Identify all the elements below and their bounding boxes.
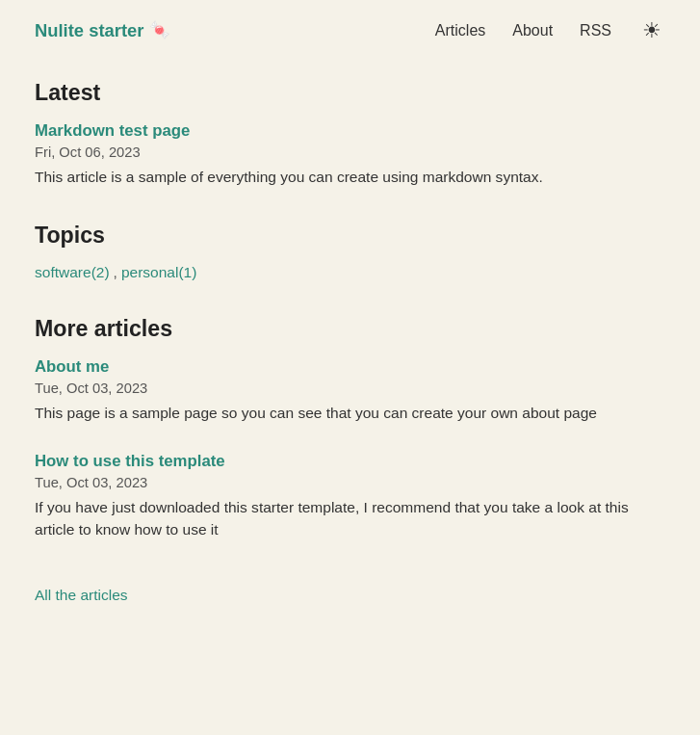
more-articles-section: More articles About me Tue, Oct 03, 2023… [35,316,665,604]
site-title-text: Nulite starter [35,20,143,41]
more-article-desc-0: This page is a sample page so you can se… [35,402,665,424]
more-article-title-0[interactable]: About me [35,357,665,377]
latest-section: Latest Markdown test page Fri, Oct 06, 2… [35,80,665,188]
nav-about[interactable]: About [512,22,553,39]
more-article-date-0: Tue, Oct 03, 2023 [35,381,665,396]
topics-section: Topics software(2), personal(1) [35,223,665,281]
more-article-item-1: How to use this template Tue, Oct 03, 20… [35,452,665,541]
topics-heading: Topics [35,223,665,249]
site-header: Nulite starter 🍬 Articles About RSS ☀ [0,0,700,61]
latest-heading: Latest [35,80,665,106]
site-title-link[interactable]: Nulite starter 🍬 [35,20,170,41]
topic-software[interactable]: software(2) [35,264,110,281]
latest-article-desc: This article is a sample of everything y… [35,166,665,188]
main-nav: Articles About RSS ☀ [435,15,665,45]
more-article-desc-1: If you have just downloaded this starter… [35,496,665,541]
more-articles-heading: More articles [35,316,665,342]
main-content: Latest Markdown test page Fri, Oct 06, 2… [0,61,700,677]
theme-toggle-button[interactable]: ☀ [638,15,665,45]
latest-article-title[interactable]: Markdown test page [35,121,665,141]
more-article-title-1[interactable]: How to use this template [35,452,665,471]
more-article-date-1: Tue, Oct 03, 2023 [35,475,665,490]
latest-article-item: Markdown test page Fri, Oct 06, 2023 Thi… [35,121,665,188]
site-title-emoji: 🍬 [149,20,170,40]
topic-personal[interactable]: personal(1) [121,264,196,281]
more-article-item-0: About me Tue, Oct 03, 2023 This page is … [35,357,665,424]
all-articles-link[interactable]: All the articles [35,587,128,604]
topics-list: software(2), personal(1) [35,264,665,281]
nav-rss[interactable]: RSS [580,22,611,39]
nav-articles[interactable]: Articles [435,22,485,39]
latest-article-date: Fri, Oct 06, 2023 [35,144,665,160]
topic-separator: , [114,264,117,281]
